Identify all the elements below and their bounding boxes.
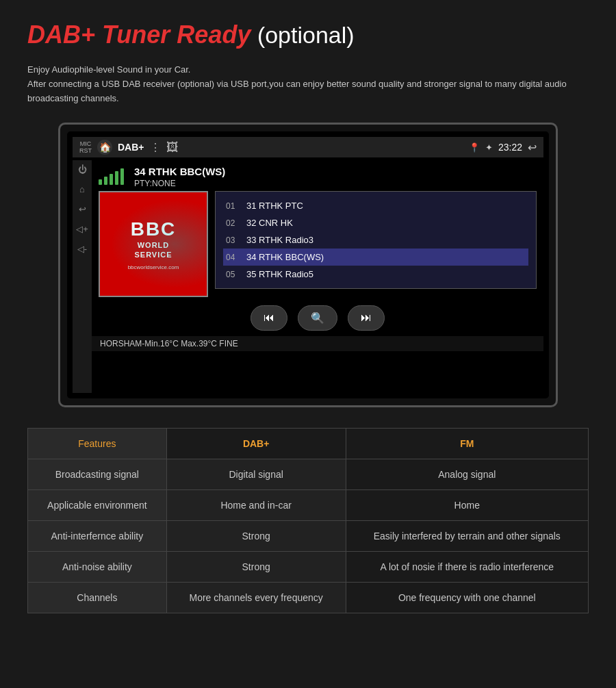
channel-item-2[interactable]: 02 32 CNR HK [226, 214, 526, 231]
search-button[interactable]: 🔍 [298, 305, 337, 331]
table-header-dab: DAB+ [166, 429, 346, 459]
fm-2: Home [346, 490, 588, 521]
device-container: MIC RST 🏠 DAB+ ⋮ 🖼 📍 ✦ 23:22 [27, 123, 589, 407]
channel-list-box: 01 31 RTHK PTC 02 32 CNR HK 03 33 RTHK R… [215, 191, 537, 289]
ch-name-3: 33 RTHK Radio3 [246, 235, 313, 245]
page-wrapper: DAB+ Tuner Ready (optional) Enjoy Audiop… [0, 0, 616, 634]
description: Enjoy Audiophile-level Sound in your Car… [27, 63, 589, 105]
topbar-left: MIC RST 🏠 DAB+ ⋮ 🖼 [79, 140, 179, 155]
signal-bar-3 [110, 174, 113, 185]
sidebar-back-icon[interactable]: ↩ [79, 204, 86, 214]
screen-topbar: MIC RST 🏠 DAB+ ⋮ 🖼 📍 ✦ 23:22 [73, 137, 543, 157]
home-icon-symbol: 🏠 [99, 142, 111, 153]
sidebar-volume-icon[interactable]: ◁+ [76, 224, 88, 234]
ch-num-5: 05 [226, 270, 238, 279]
description-line2: After connecting a USB DAB receiver (opt… [27, 77, 589, 106]
table-header-fm: FM [346, 429, 588, 459]
back-button[interactable]: ↩ [528, 141, 537, 154]
ch-num-4: 04 [226, 253, 238, 262]
rst-label: RST [79, 147, 92, 154]
time-display: 23:22 [498, 142, 522, 153]
title-section: DAB+ Tuner Ready (optional) [27, 21, 589, 49]
feature-2: Applicable environment [28, 490, 167, 521]
dab-1: Digital signal [166, 459, 346, 490]
bluetooth-icon: ✦ [485, 142, 493, 153]
screen-body: ⏻ ⌂ ↩ ◁+ ◁- [73, 160, 543, 393]
screen-sidebar: ⏻ ⌂ ↩ ◁+ ◁- [73, 160, 92, 393]
comparison-table: Features DAB+ FM Broadcasting signal Dig… [27, 428, 589, 613]
fm-1: Analog signal [346, 459, 588, 490]
fm-4: A lot of nosie if there is radio interfe… [346, 552, 588, 583]
ch-name-4: 34 RTHK BBC(WS) [246, 252, 324, 262]
bbc-logo-box: BBC WORLDSERVICE bbcworldservice.com [99, 191, 208, 297]
table-row-5: Channels More channels every frequency O… [28, 583, 589, 613]
title-bold: DAB+ Tuner Ready [27, 21, 251, 49]
channel-item-5[interactable]: 05 35 RTHK Radio5 [226, 266, 526, 283]
table-row-1: Broadcasting signal Digital signal Analo… [28, 459, 589, 490]
fm-3: Easily interfered by terrain and other s… [346, 521, 588, 552]
ch-num-2: 02 [226, 218, 238, 228]
dab-4: Strong [166, 552, 346, 583]
screen-inner: MIC RST 🏠 DAB+ ⋮ 🖼 📍 ✦ 23:22 [67, 131, 549, 398]
bbc-area: BBC WORLDSERVICE bbcworldservice.com 01 … [92, 191, 543, 297]
screen-controls: ⏮ 🔍 ⏭ [92, 297, 543, 336]
channel-item-1[interactable]: 01 31 RTHK PTC [226, 197, 526, 214]
bbc-text: BBC [131, 218, 177, 240]
ch-name-2: 32 CNR HK [246, 218, 293, 228]
signal-bar-5 [120, 168, 124, 185]
bbc-url: bbcworldservice.com [128, 264, 179, 270]
prev-button[interactable]: ⏮ [251, 305, 287, 331]
dab-5: More channels every frequency [166, 583, 346, 613]
signal-bar-4 [115, 171, 118, 185]
world-service-text: WORLDSERVICE [134, 240, 172, 260]
sidebar-volume-down-icon[interactable]: ◁- [77, 244, 87, 254]
app-name-label: DAB+ [118, 142, 144, 153]
weather-bar: HORSHAM-Min.16°C Max.39°C FINE [92, 336, 543, 351]
image-icon[interactable]: 🖼 [166, 140, 179, 155]
ch-num-1: 01 [226, 201, 238, 211]
feature-4: Anti-noise ability [28, 552, 167, 583]
channel-item-3[interactable]: 03 33 RTHK Radio3 [226, 231, 526, 249]
ch-name-5: 35 RTHK Radio5 [246, 269, 313, 279]
description-line1: Enjoy Audiophile-level Sound in your Car… [27, 63, 589, 77]
sidebar-power-icon[interactable]: ⏻ [78, 164, 87, 175]
mic-label: MIC [80, 140, 92, 147]
feature-5: Channels [28, 583, 167, 613]
location-icon: 📍 [469, 142, 480, 153]
next-button[interactable]: ⏭ [348, 305, 385, 331]
table-row-4: Anti-noise ability Strong A lot of nosie… [28, 552, 589, 583]
table-header-features: Features [28, 429, 167, 459]
ch-name-1: 31 RTHK PTC [246, 201, 303, 211]
station-info: 34 RTHK BBC(WS) PTY:NONE [92, 160, 543, 191]
channel-item-4-active[interactable]: 04 34 RTHK BBC(WS) [223, 249, 528, 266]
pty-label: PTY:NONE [134, 179, 225, 188]
ch-num-3: 03 [226, 235, 238, 245]
title-optional: (optional) [251, 22, 354, 48]
station-name-area: 34 RTHK BBC(WS) PTY:NONE [134, 166, 225, 188]
signal-bar-2 [104, 177, 107, 185]
home-icon[interactable]: 🏠 [97, 140, 112, 155]
topbar-right: 📍 ✦ 23:22 ↩ [469, 141, 537, 154]
station-name: 34 RTHK BBC(WS) [134, 166, 225, 177]
menu-dots[interactable]: ⋮ [150, 141, 161, 154]
feature-1: Broadcasting signal [28, 459, 167, 490]
sidebar-home-icon[interactable]: ⌂ [79, 184, 85, 194]
dab-2: Home and in-car [166, 490, 346, 521]
screen-main: 34 RTHK BBC(WS) PTY:NONE BBC WORLDSERVIC… [92, 160, 543, 393]
signal-bar-1 [99, 179, 102, 185]
device-screen: MIC RST 🏠 DAB+ ⋮ 🖼 📍 ✦ 23:22 [58, 123, 558, 407]
feature-3: Anti-interfernce ability [28, 521, 167, 552]
table-row-2: Applicable environment Home and in-car H… [28, 490, 589, 521]
dab-3: Strong [166, 521, 346, 552]
signal-bars [99, 168, 124, 185]
table-row-3: Anti-interfernce ability Strong Easily i… [28, 521, 589, 552]
fm-5: One frequency with one channel [346, 583, 588, 613]
